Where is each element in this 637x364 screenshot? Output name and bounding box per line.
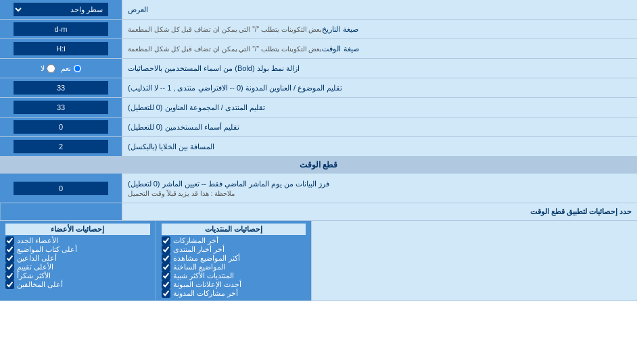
checkbox-top-writers[interactable] (5, 245, 14, 254)
checkbox-item: أعلى كتاب المواضيع (5, 245, 150, 254)
checkbox-col-forums: إحصائيات المنتديات أخر المشاركات أخر أخب… (156, 221, 312, 301)
checkboxes-header-row: حدد إحصائيات لتطبيق قطع الوقت (0, 203, 637, 221)
checkbox-top-violators[interactable] (5, 280, 14, 289)
checkboxes-cols-wrapper: إحصائيات المنتديات أخر المشاركات أخر أخب… (0, 221, 637, 301)
cell-spacing-input-area (0, 137, 122, 156)
apply-label: حدد إحصائيات لتطبيق قطع الوقت (122, 203, 637, 220)
checkbox-top-rated[interactable] (5, 263, 14, 271)
topic-subject-align-input-area (0, 78, 122, 97)
realtime-row: فرز البيانات من يوم الماشر الماضي فقط --… (0, 174, 637, 203)
checkbox-most-viewed[interactable] (162, 254, 170, 263)
realtime-section-header: قطع الوقت (0, 157, 637, 174)
display-mode-row: العرض سطر واحد (0, 0, 637, 20)
bold-remove-row: ازالة نمط بولد (Bold) من اسماء المستخدمي… (0, 59, 637, 78)
radio-yes-label[interactable]: نعم (61, 64, 82, 73)
checkbox-item: أعلى المخالفين (5, 280, 150, 289)
username-trim-input-area (0, 118, 122, 136)
checkbox-recent-ads[interactable] (162, 280, 170, 289)
topic-subject-align-input[interactable] (14, 81, 108, 95)
time-format-input[interactable] (14, 42, 108, 55)
forum-header-align-label: تقليم المنتدى / المجموعة العناوين (0 للت… (122, 98, 637, 117)
checkboxes-cols: إحصائيات المنتديات أخر المشاركات أخر أخب… (0, 221, 311, 301)
checkbox-item: المواضيع الساخنة (162, 263, 306, 271)
checkbox-blog-posts[interactable] (162, 289, 170, 298)
checkbox-item: الأعلى تقييم (5, 263, 150, 271)
checkbox-item: أخر المشاركات (162, 236, 306, 245)
checkbox-item: أخر أخبار المنتدى (162, 245, 306, 254)
username-trim-input[interactable] (14, 120, 108, 134)
time-format-label: صيغة الوقت بعض التكوينات يتطلب "/" التي … (122, 39, 637, 58)
realtime-label: فرز البيانات من يوم الماشر الماضي فقط --… (122, 174, 637, 203)
radio-yes[interactable] (73, 64, 82, 73)
username-trim-row: تقليم أسماء المستخدمين (0 للتعطيل) (0, 118, 637, 137)
col2-header: إحصائيات الأعضاء (5, 224, 150, 235)
col1-header: إحصائيات المنتديات (162, 224, 306, 235)
date-format-label: صيغة التاريخ بعض التكوينات يتطلب "/" الت… (122, 20, 637, 38)
forum-header-align-row: تقليم المنتدى / المجموعة العناوين (0 للت… (0, 98, 637, 118)
topic-subject-align-row: تقليم الموضوع / العناوين المدونة (0 -- ا… (0, 78, 637, 98)
time-format-input-area (0, 39, 122, 58)
date-format-row: صيغة التاريخ بعض التكوينات يتطلب "/" الت… (0, 20, 637, 39)
realtime-input[interactable] (14, 182, 108, 195)
cell-spacing-input[interactable] (14, 140, 108, 153)
checkbox-popular-forums[interactable] (162, 271, 170, 280)
checkbox-col-members: إحصائيات الأعضاء الأعضاء الجدد أعلى كتاب… (0, 221, 156, 301)
checkboxes-spacer (0, 203, 122, 220)
checkbox-top-inviters[interactable] (5, 254, 14, 263)
checkbox-hot-topics[interactable] (162, 263, 170, 271)
checkbox-item: أخر مشاركات المدونة (162, 289, 306, 298)
username-trim-label: تقليم أسماء المستخدمين (0 للتعطيل) (122, 118, 637, 136)
checkbox-item: الأكثر شكراً (5, 271, 150, 280)
date-format-input-area (0, 20, 122, 38)
checkbox-item: أعلى الداعين (5, 254, 150, 263)
date-format-input[interactable] (14, 22, 108, 36)
display-mode-select[interactable]: سطر واحد (14, 3, 108, 16)
checkbox-new-members[interactable] (5, 236, 14, 245)
checkboxes-left-spacer (311, 221, 637, 301)
forum-header-align-input[interactable] (14, 101, 108, 114)
realtime-input-area (0, 174, 122, 203)
bold-remove-radio-area: نعم لا (0, 59, 122, 78)
bold-remove-label: ازالة نمط بولد (Bold) من اسماء المستخدمي… (122, 59, 637, 78)
forum-header-align-input-area (0, 98, 122, 117)
topic-subject-align-label: تقليم الموضوع / العناوين المدونة (0 -- ا… (122, 78, 637, 97)
checkbox-item: المنتديات الأكثر شبية (162, 271, 306, 280)
checkbox-forum-news[interactable] (162, 245, 170, 254)
display-mode-label: العرض (122, 0, 637, 19)
checkboxes-section: حدد إحصائيات لتطبيق قطع الوقت إحصائيات ا… (0, 203, 637, 301)
cell-spacing-row: المسافة بين الخلايا (بالبكسل) (0, 137, 637, 157)
checkbox-item: أحدث الإعلانات المبونة (162, 280, 306, 289)
radio-no[interactable] (47, 64, 55, 73)
checkbox-item: أكثر المواضيع مشاهدة (162, 254, 306, 263)
checkbox-last-posts[interactable] (162, 236, 170, 245)
checkbox-most-thanked[interactable] (5, 271, 14, 280)
time-format-row: صيغة الوقت بعض التكوينات يتطلب "/" التي … (0, 39, 637, 59)
radio-no-label[interactable]: لا (41, 64, 55, 73)
page-wrapper: العرض سطر واحد صيغة التاريخ بعض التكوينا… (0, 0, 637, 301)
cell-spacing-label: المسافة بين الخلايا (بالبكسل) (122, 137, 637, 156)
display-mode-input-area: سطر واحد (0, 0, 122, 19)
checkbox-item: الأعضاء الجدد (5, 236, 150, 245)
